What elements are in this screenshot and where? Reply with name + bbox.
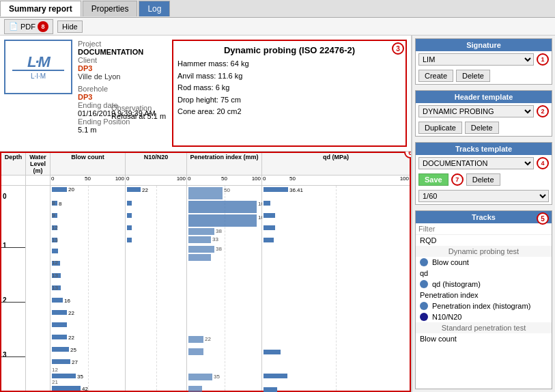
client-label: Client [78,56,167,64]
tracks-header: Tracks 5 [416,211,552,223]
pdf-badge: 8 [38,21,48,32]
pen-bar-7 [188,254,211,261]
signature-select[interactable]: LIM [418,53,534,66]
tab-properties[interactable]: Properties [83,1,138,16]
n10-axis-100: 100 [177,176,186,182]
qd-header: qd (MPa) [262,153,410,175]
probe-badge: 3 [392,42,404,55]
pdf-button[interactable]: 📄 PDF 8 [4,19,53,34]
pdf-label: PDF [20,23,35,31]
qd-axis-50: 50 [289,176,296,182]
blowcount-col: 20 8 16 22 22 25 27 [51,186,126,391]
tracks-template-save-button[interactable]: Save [418,173,449,186]
n10-bar-4 [127,225,132,230]
header-section: L·M L·I·M Project DOCUMENTATION Client D… [0,36,411,152]
bc-bar-6 [52,249,58,253]
signature-create-button[interactable]: Create [418,70,453,82]
pdf-icon: 📄 [9,22,18,31]
pen-bar-11 [188,386,202,392]
tracks-filter [416,223,552,235]
track-group-dynamic: Dynamic probing test [416,246,552,257]
track-item-blowcount[interactable]: Blow count [416,257,552,268]
borehole-label: Borehole [78,85,167,93]
qd-bar-4 [264,225,275,230]
header-template-duplicate-button[interactable]: Duplicate [418,122,462,134]
signature-badge: 1 [537,53,549,66]
track-item-rqd[interactable]: RQD [416,235,552,246]
bc-bar-16: 35 [52,374,76,378]
bc-midline [88,186,89,391]
logo-sub: L·I·M [12,70,65,80]
tracks-section: Tracks 5 RQD Dynamic probing test Blow c… [415,210,552,389]
track-bullet-penindex-histogram [420,302,428,310]
header-template-header: Header template [416,91,552,103]
water-col [26,186,51,391]
qd-bar-8 [264,387,277,392]
track-item-n10n20[interactable]: N10/N20 [416,311,552,322]
probe-title: Dynamic probing (ISO 22476-2) [177,45,401,55]
depth-1: 1 [3,242,7,249]
scale-select[interactable]: 1/60 [418,190,549,202]
track-item-blowcount-spt[interactable]: Blow count [416,333,552,344]
qd-axis-100: 100 [400,176,409,182]
track-item-qd-histogram[interactable]: qd (histogram) [416,279,552,290]
signature-delete-button[interactable]: Delete [456,70,490,82]
depth-2: 2 [3,296,7,304]
tick-3 [1,356,25,357]
pen-axis-50: 50 [221,176,227,182]
chart-headers: Depth Water Level (m) Blow count N10/N20… [1,153,410,176]
depth-0: 0 [3,193,7,200]
track-item-penindex[interactable]: Penetration index [416,290,552,300]
pen-axis-0: 0 [188,176,190,182]
anvil-mass: Anvil mass: 11.6 kg [177,70,401,83]
track-group-spt: Standard penetration test [416,322,552,333]
blowcount-header: Blow count [51,153,126,175]
pen-bar-2: 100 [188,201,257,213]
borehole-value: DP3 [78,93,167,101]
tracks-template-header: Tracks template [416,143,552,155]
pen-bar-4: 38 [188,228,214,235]
qd-bar-1: 36.41 [264,187,288,192]
bc-bar-12 [52,322,67,327]
qd-midline [336,186,337,391]
header-template-select[interactable]: DYNAMIC PROBING [418,105,534,117]
tracks-template-select[interactable]: DOCUMENTATION [418,157,534,169]
bc-bar-14: 25 [52,347,69,352]
tracks-list: RQD Dynamic probing test Blow count qd q… [416,235,552,389]
tracks-template-buttons: Save 7 Delete [416,171,552,188]
probe-params: Hammer mass: 64 kg Anvil mass: 11.6 kg R… [177,58,401,118]
qd-bar-7 [264,374,287,378]
header-template-row: DYNAMIC PROBING 2 [416,103,552,120]
pen-bar-5: 33 [188,236,211,243]
header-template-buttons: Duplicate Delete [416,120,552,136]
client-value: DP3 [78,64,167,72]
track-item-qd[interactable]: qd [416,268,552,279]
tracks-badge: 5 [537,212,549,225]
pen-bar-1: 50 [188,187,223,199]
qd-bar-2 [264,201,270,206]
track-item-penindex-histogram[interactable]: Penetration index (histogram) [416,300,552,311]
hammer-mass: Hammer mass: 64 kg [177,58,401,70]
tick-2 [1,302,25,303]
n10n20-header: N10/N20 [126,153,187,175]
qd-bar-6 [264,350,281,354]
pen-bar-3: 100 [188,214,257,227]
tab-summary-report[interactable]: Summary report [0,1,81,16]
tab-log[interactable]: Log [139,1,170,16]
tab-bar: Summary report Properties Log [0,0,555,18]
qd-bar-5 [264,238,274,242]
tracks-filter-input[interactable] [416,223,552,234]
track-bullet-qd-histogram [420,280,428,288]
drop-height: Drop height: 75 cm [177,94,401,107]
water-header: Water Level (m) [26,153,51,175]
bc-bar-11: 22 [52,310,67,315]
scale-row: 1/60 [416,188,552,204]
header-template-delete-button[interactable]: Delete [465,122,499,134]
bc-bar-1: 20 [52,187,67,192]
chart-body: 0 1 2 3 4 [1,186,410,391]
n10-midline [156,186,157,391]
qd-col: 36.41 [262,186,410,391]
tracks-template-delete-button[interactable]: Delete [466,173,500,186]
tracks-template-badge: 4 [537,157,549,169]
hide-button[interactable]: Hide [57,20,83,33]
